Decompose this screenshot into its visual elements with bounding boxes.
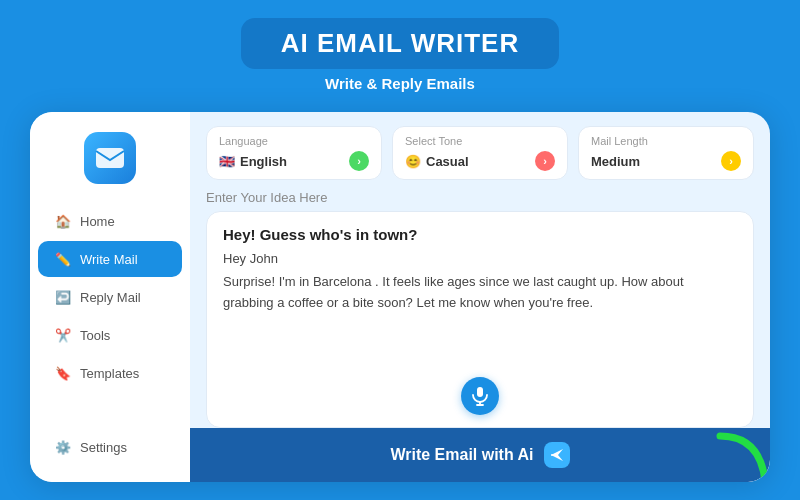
length-label: Mail Length (591, 135, 741, 147)
tone-value-text: Casual (426, 154, 469, 169)
send-icon (544, 442, 570, 468)
templates-icon: 🔖 (54, 364, 72, 382)
write-email-button[interactable]: Write Email with Ai (390, 442, 569, 468)
length-value-left: Medium (591, 154, 640, 169)
app-subtitle: Write & Reply Emails (325, 75, 475, 92)
sidebar-settings-label: Settings (80, 440, 127, 455)
green-arrow-decoration (710, 426, 770, 482)
language-value-text: English (240, 154, 287, 169)
app-header: AI EMAIL WRITER Write & Reply Emails (0, 0, 800, 112)
length-arrow-icon: › (721, 151, 741, 171)
sidebar-logo (30, 132, 190, 184)
sidebar-write-label: Write Mail (80, 252, 138, 267)
length-value-row: Medium › (591, 151, 741, 171)
email-body: Surprise! I'm in Barcelona . It feels li… (223, 272, 737, 314)
sidebar-templates-label: Templates (80, 366, 139, 381)
tone-arrow-icon: › (535, 151, 555, 171)
content-area: Language 🇬🇧 English › Select Tone (190, 112, 770, 428)
write-mail-icon: ✏️ (54, 250, 72, 268)
flag-icon: 🇬🇧 (219, 154, 235, 169)
tone-emoji-icon: 😊 (405, 154, 421, 169)
title-box: AI EMAIL WRITER (241, 18, 559, 69)
tools-icon: ✂️ (54, 326, 72, 344)
svg-rect-0 (96, 148, 124, 168)
svg-rect-1 (477, 387, 483, 397)
sidebar-item-reply-mail[interactable]: ↩️ Reply Mail (38, 279, 182, 315)
sidebar-item-home[interactable]: 🏠 Home (38, 203, 182, 239)
language-arrow-icon: › (349, 151, 369, 171)
sidebar-item-tools[interactable]: ✂️ Tools (38, 317, 182, 353)
length-value-text: Medium (591, 154, 640, 169)
mic-button[interactable] (461, 377, 499, 415)
language-label: Language (219, 135, 369, 147)
reply-mail-icon: ↩️ (54, 288, 72, 306)
email-subject: Hey! Guess who's in town? (223, 226, 737, 243)
bottom-bar: Write Email with Ai (190, 428, 770, 482)
tone-selector[interactable]: Select Tone 😊 Casual › (392, 126, 568, 180)
tone-value-row: 😊 Casual › (405, 151, 555, 171)
email-content-box[interactable]: Hey! Guess who's in town? Hey John Surpr… (206, 211, 754, 428)
tone-label: Select Tone (405, 135, 555, 147)
email-greeting: Hey John (223, 251, 737, 266)
sidebar-item-write-mail[interactable]: ✏️ Write Mail (38, 241, 182, 277)
tone-value-left: 😊 Casual (405, 154, 469, 169)
sidebar-reply-label: Reply Mail (80, 290, 141, 305)
home-icon: 🏠 (54, 212, 72, 230)
language-selector[interactable]: Language 🇬🇧 English › (206, 126, 382, 180)
sidebar-item-settings[interactable]: ⚙️ Settings (38, 429, 182, 465)
selectors-row: Language 🇬🇧 English › Select Tone (206, 126, 754, 180)
length-selector[interactable]: Mail Length Medium › (578, 126, 754, 180)
app-logo-icon (84, 132, 136, 184)
language-value-left: 🇬🇧 English (219, 154, 287, 169)
settings-icon: ⚙️ (54, 438, 72, 456)
sidebar-home-label: Home (80, 214, 115, 229)
app-title: AI EMAIL WRITER (281, 28, 519, 59)
sidebar-tools-label: Tools (80, 328, 110, 343)
sidebar-item-templates[interactable]: 🔖 Templates (38, 355, 182, 391)
idea-label: Enter Your Idea Here (206, 190, 754, 205)
main-content: Language 🇬🇧 English › Select Tone (190, 112, 770, 482)
write-email-label: Write Email with Ai (390, 446, 533, 464)
main-card: 🏠 Home ✏️ Write Mail ↩️ Reply Mail ✂️ To… (30, 112, 770, 482)
language-value-row: 🇬🇧 English › (219, 151, 369, 171)
sidebar: 🏠 Home ✏️ Write Mail ↩️ Reply Mail ✂️ To… (30, 112, 190, 482)
